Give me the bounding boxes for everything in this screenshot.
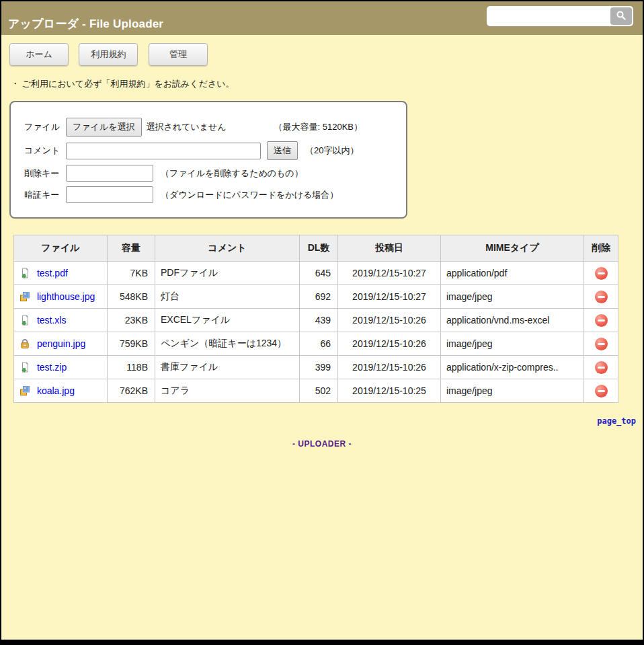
comment-row: コメント 送信 （20字以内）	[24, 141, 399, 160]
submit-button[interactable]: 送信	[267, 141, 298, 160]
nav-button-home[interactable]: ホーム	[9, 43, 69, 66]
file-table-header-row: ファイル容量コメントDL数投稿日MIMEタイプ削除	[14, 235, 618, 262]
pass-key-label: 暗証キー	[24, 189, 66, 201]
search-box	[487, 6, 633, 26]
comment-cell: EXCELファイル	[155, 309, 300, 332]
dl-count-cell: 692	[300, 285, 338, 309]
size-cell: 23KB	[108, 309, 155, 332]
dl-count-cell: 645	[300, 262, 338, 285]
delete-cell	[584, 285, 618, 309]
page-top-row: page_top	[1, 414, 636, 426]
table-row: test.zip 118B 書庫ファイル 399 2019/12/15-10:2…	[14, 356, 618, 379]
max-size-hint: （最大容量: 5120KB）	[274, 121, 363, 133]
delete-file-button[interactable]	[595, 338, 608, 350]
pass-key-input[interactable]	[66, 186, 153, 203]
delete-file-button[interactable]	[595, 291, 608, 303]
page-top-link[interactable]: page_top	[597, 416, 636, 426]
file-cell: penguin.jpg	[14, 332, 108, 356]
comment-label: コメント	[24, 145, 66, 157]
delete-file-button[interactable]	[595, 314, 608, 327]
choose-file-button[interactable]: ファイルを選択	[66, 118, 142, 137]
usage-notice: ・ ご利用において必ず「利用規約」をお読みください。	[11, 78, 633, 90]
upload-form: ファイル ファイルを選択 選択されていません （最大容量: 5120KB） コメ…	[9, 101, 407, 219]
size-cell: 118B	[108, 356, 155, 379]
mime-cell: application/vnd.ms-excel	[441, 309, 584, 332]
size-cell: 759KB	[108, 332, 155, 356]
file-selected-status: 選択されていません	[147, 121, 274, 133]
delete-key-row: 削除キー （ファイルを削除するためのもの）	[24, 165, 399, 182]
comment-cell: 灯台	[155, 285, 300, 309]
column-header-5: MIMEタイプ	[441, 235, 584, 262]
delete-key-input[interactable]	[66, 165, 153, 182]
file-link[interactable]: koala.jpg	[37, 385, 75, 396]
nav-button-terms[interactable]: 利用規約	[79, 43, 138, 66]
date-cell: 2019/12/15-10:26	[338, 309, 441, 332]
delete-file-button[interactable]	[595, 385, 608, 397]
size-cell: 548KB	[108, 285, 155, 309]
mime-cell: application/pdf	[441, 262, 584, 285]
file-cell: test.pdf	[14, 262, 108, 285]
lock-icon	[19, 338, 30, 349]
size-cell: 762KB	[108, 379, 155, 403]
file-table: ファイル容量コメントDL数投稿日MIMEタイプ削除	[13, 235, 618, 403]
file-cell: lighthouse.jpg	[14, 285, 108, 309]
dl-count-cell: 502	[300, 379, 338, 403]
table-row: test.xls 23KB EXCELファイル 439 2019/12/15-1…	[14, 309, 618, 332]
column-header-3: DL数	[300, 235, 338, 262]
delete-key-label: 削除キー	[24, 167, 66, 180]
comment-cell: 書庫ファイル	[155, 356, 300, 379]
delete-file-button[interactable]	[595, 267, 608, 280]
top-bar: アップローダ - File Uploader	[1, 1, 643, 35]
file-link[interactable]: test.xls	[37, 315, 67, 326]
page: アップローダ - File Uploader ホーム 利用規約 管理 ・ ご利用…	[0, 0, 644, 645]
magnifier-icon	[616, 10, 627, 23]
delete-cell	[584, 262, 618, 285]
comment-cell: ペンギン（暗証キーは1234）	[155, 332, 300, 356]
date-cell: 2019/12/15-10:27	[338, 262, 441, 285]
table-row: penguin.jpg 759KB ペンギン（暗証キーは1234） 66 201…	[14, 332, 618, 356]
column-header-2: コメント	[155, 235, 300, 262]
comment-input[interactable]	[66, 143, 261, 159]
file-link[interactable]: test.pdf	[37, 268, 68, 278]
delete-cell	[584, 332, 618, 356]
image-icon	[19, 291, 30, 302]
file-cell: koala.jpg	[14, 379, 108, 403]
dl-count-cell: 66	[300, 332, 338, 356]
table-row: koala.jpg 762KB コアラ 502 2019/12/15-10:25…	[14, 379, 618, 403]
file-download-icon	[19, 362, 30, 373]
date-cell: 2019/12/15-10:27	[338, 285, 441, 309]
file-label: ファイル	[24, 121, 66, 133]
date-cell: 2019/12/15-10:26	[338, 356, 441, 379]
mime-cell: image/jpeg	[441, 332, 584, 356]
nav-button-admin[interactable]: 管理	[149, 43, 208, 66]
file-cell: test.xls	[14, 309, 108, 332]
file-link[interactable]: lighthouse.jpg	[37, 291, 95, 302]
delete-cell	[584, 309, 618, 332]
delete-cell	[584, 379, 618, 403]
site-footer: - UPLOADER -	[1, 439, 643, 449]
pass-key-hint: （ダウンロードにパスワードをかける場合）	[161, 189, 338, 201]
file-link[interactable]: penguin.jpg	[37, 338, 85, 349]
search-input[interactable]	[488, 9, 610, 24]
search-button[interactable]	[610, 7, 632, 25]
comment-cell: PDFファイル	[155, 262, 300, 285]
file-table-body: test.pdf 7KB PDFファイル 645 2019/12/15-10:2…	[14, 262, 618, 403]
date-cell: 2019/12/15-10:26	[338, 332, 441, 356]
mime-cell: application/x-zip-compres..	[441, 356, 584, 379]
page-title: アップローダ - File Uploader	[8, 16, 163, 32]
image-icon	[19, 385, 30, 396]
dl-count-cell: 439	[300, 309, 338, 332]
comment-cell: コアラ	[155, 379, 300, 403]
delete-file-button[interactable]	[595, 361, 608, 374]
table-row: test.pdf 7KB PDFファイル 645 2019/12/15-10:2…	[14, 262, 618, 285]
size-cell: 7KB	[108, 262, 155, 285]
file-download-icon	[19, 268, 30, 278]
file-cell: test.zip	[14, 356, 108, 379]
date-cell: 2019/12/15-10:25	[338, 379, 441, 403]
mime-cell: image/jpeg	[441, 285, 584, 309]
column-header-6: 削除	[584, 235, 618, 262]
pass-key-row: 暗証キー （ダウンロードにパスワードをかける場合）	[24, 186, 399, 203]
dl-count-cell: 399	[300, 356, 338, 379]
file-link[interactable]: test.zip	[37, 362, 67, 373]
delete-key-hint: （ファイルを削除するためのもの）	[161, 167, 303, 180]
